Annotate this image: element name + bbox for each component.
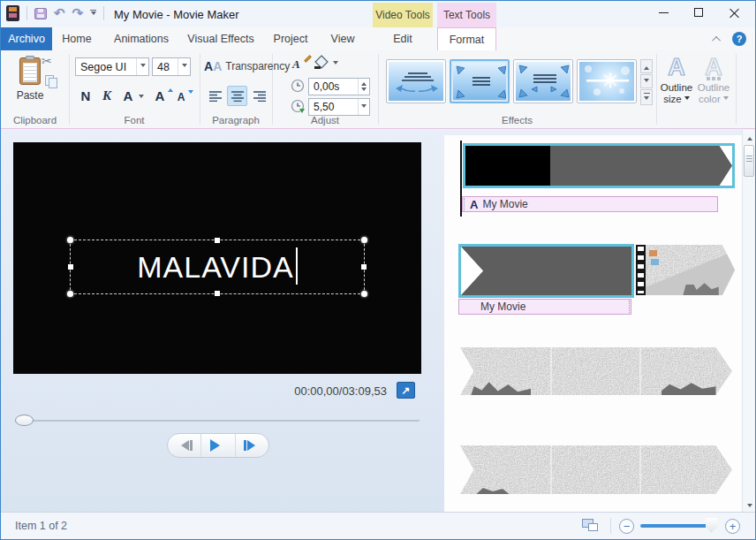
storyboard-clip-1-selected[interactable] [463, 143, 735, 188]
close-button[interactable] [716, 1, 752, 24]
help-button[interactable]: ? [732, 32, 746, 46]
tab-edit[interactable]: Edit [373, 27, 433, 50]
font-color-button[interactable]: A [119, 86, 137, 103]
contextual-group-text-tools[interactable]: Text Tools [437, 3, 496, 27]
effect-preview [516, 62, 571, 101]
dropdown-arrow-icon[interactable] [358, 99, 369, 115]
group-separator [656, 54, 657, 125]
tab-format[interactable]: Format [437, 27, 496, 50]
redo-icon[interactable]: ↷ [72, 7, 84, 19]
frame-seam [639, 445, 641, 494]
thumbnail-size-button[interactable] [582, 519, 600, 533]
resize-handle[interactable] [68, 264, 73, 270]
resize-handle[interactable] [361, 291, 367, 297]
outline-size-button[interactable]: A Outlinesize [659, 54, 694, 121]
drag-handle-dots[interactable] [464, 198, 466, 210]
zoom-slider-thumb[interactable] [706, 518, 717, 533]
minimize-button[interactable] [646, 1, 681, 24]
play-button[interactable] [201, 434, 235, 457]
bold-button[interactable]: N [77, 86, 94, 103]
fullscreen-preview-button[interactable]: ↗ [397, 382, 415, 399]
zoom-in-button[interactable]: + [725, 519, 740, 534]
grow-font-button[interactable]: A [151, 86, 169, 103]
clip-arrow-segment [461, 247, 631, 295]
zoom-slider-track[interactable] [640, 524, 714, 528]
customize-quick-access-icon[interactable] [90, 10, 96, 18]
caption-bar-1[interactable]: A My Movie [462, 196, 718, 212]
storyboard-scrollbar[interactable] [742, 130, 755, 513]
next-frame-button[interactable] [236, 434, 268, 457]
effects-more-button[interactable] [640, 89, 653, 105]
chevron-up-icon [712, 35, 721, 44]
edit-text-button[interactable]: A [292, 56, 308, 70]
resize-handle[interactable] [215, 291, 220, 296]
contextual-group-video-tools[interactable]: Video Tools [373, 3, 433, 27]
storyboard-clip-4[interactable] [460, 445, 732, 494]
window-controls [646, 1, 752, 24]
video-clip-thumbnail[interactable] [636, 245, 735, 295]
font-size-combobox[interactable]: 48 [152, 57, 191, 76]
tab-view[interactable]: View [321, 27, 365, 50]
align-left-icon [209, 90, 222, 102]
popout-arrow-icon: ↗ [401, 384, 410, 397]
preview-monitor[interactable]: MALAVIDA [13, 142, 421, 374]
save-icon[interactable] [34, 8, 47, 19]
copy-button[interactable] [45, 75, 59, 89]
spin-up-icon [361, 80, 367, 86]
align-left-button[interactable] [205, 86, 225, 106]
tab-visual-effects[interactable]: Visual Effects [179, 27, 262, 50]
seek-bar[interactable] [15, 415, 420, 427]
drag-handle-dots[interactable] [627, 300, 630, 313]
seek-track[interactable] [15, 420, 420, 422]
transparency-button[interactable]: AA Transparency [204, 59, 290, 73]
effect-thumbnail-4[interactable] [577, 59, 637, 103]
duration-combobox[interactable]: 5,50 [308, 98, 370, 116]
align-center-button[interactable] [227, 86, 247, 106]
dropdown-arrow-icon[interactable] [178, 58, 190, 75]
caption-bar-2[interactable]: My Movie [458, 299, 631, 315]
effect-thumbnail-2-selected[interactable] [450, 59, 510, 103]
dropdown-arrow-icon[interactable] [136, 58, 148, 75]
italic-button[interactable]: K [98, 86, 116, 103]
align-right-button[interactable] [249, 86, 269, 106]
storyboard-clip-3[interactable] [460, 347, 732, 395]
collapse-ribbon-button[interactable] [711, 33, 723, 45]
resize-handle[interactable] [215, 238, 220, 243]
maximize-button[interactable] [681, 1, 716, 24]
dropdown-arrow-icon [723, 96, 729, 103]
dropdown-arrow-icon[interactable] [139, 95, 144, 101]
effects-scroll-down-button[interactable] [640, 74, 653, 88]
font-family-combobox[interactable]: Segoe UI [75, 57, 149, 76]
tab-home[interactable]: Home [54, 27, 100, 50]
resize-handle[interactable] [67, 237, 73, 243]
resize-handle[interactable] [67, 291, 73, 297]
tab-project[interactable]: Project [266, 27, 315, 50]
duration-value: 5,50 [309, 101, 358, 113]
scroll-up-button[interactable] [743, 130, 756, 144]
resize-handle[interactable] [361, 237, 367, 243]
tab-animations[interactable]: Animations [105, 27, 178, 50]
cut-button[interactable]: ✂ [42, 54, 52, 68]
background-color-icon[interactable] [314, 55, 329, 70]
zoom-out-button[interactable]: − [619, 519, 634, 534]
title-text[interactable]: MALAVIDA [71, 247, 364, 285]
effect-thumbnail-1[interactable] [386, 59, 446, 103]
text-cursor [296, 247, 298, 285]
dropdown-arrow-icon [684, 96, 690, 103]
shrink-font-button[interactable]: A [173, 88, 189, 103]
undo-icon[interactable]: ↶ [54, 7, 65, 19]
seek-thumb[interactable] [15, 415, 34, 426]
frame-seam [550, 347, 552, 395]
start-time-input[interactable]: 0,00s [308, 78, 370, 95]
scrollbar-thumb[interactable] [744, 145, 754, 177]
app-icon[interactable] [6, 5, 19, 21]
effect-thumbnail-3[interactable] [513, 59, 573, 103]
tab-archivo[interactable]: Archivo [1, 27, 52, 50]
storyboard-clip-2-selected[interactable] [458, 244, 634, 298]
previous-frame-button[interactable] [168, 434, 201, 457]
spinner-arrows[interactable] [358, 79, 369, 95]
dropdown-arrow-icon[interactable] [333, 61, 338, 67]
resize-handle[interactable] [361, 264, 367, 270]
effects-scroll-up-button[interactable] [640, 59, 653, 73]
title-text-box[interactable]: MALAVIDA [70, 240, 365, 294]
